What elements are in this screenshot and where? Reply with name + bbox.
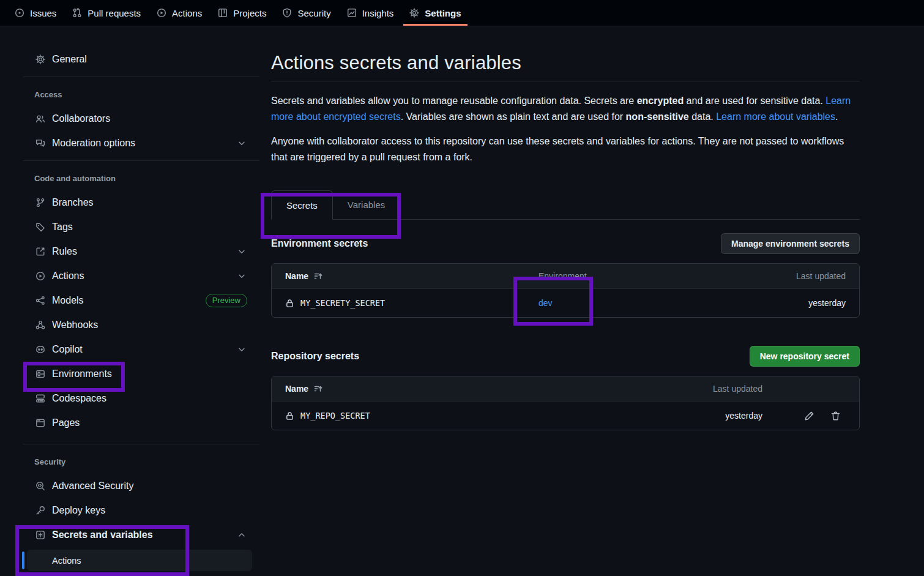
sidebar-item-label: Branches (52, 197, 94, 208)
sidebar-section-security: Security (23, 454, 259, 469)
sidebar-item-deploy-keys[interactable]: Deploy keys (23, 498, 259, 523)
git-pull-request-icon (72, 8, 82, 18)
column-header-name[interactable]: Name (285, 384, 701, 394)
manage-environment-secrets-button[interactable]: Manage environment secrets (721, 233, 860, 254)
sidebar-item-environments[interactable]: Environments (23, 362, 259, 386)
page-title: Actions secrets and variables (271, 52, 860, 74)
sidebar-item-rules[interactable]: Rules (23, 239, 259, 264)
share-network-icon (35, 296, 45, 305)
sort-ascending-icon (313, 384, 323, 394)
chevron-down-icon (237, 272, 246, 280)
webhook-icon (35, 320, 45, 330)
tab-settings[interactable]: Settings (403, 0, 467, 26)
lock-icon (285, 411, 294, 421)
tab-variables[interactable]: Variables (333, 190, 400, 219)
sidebar-divider (23, 444, 259, 444)
column-header-name[interactable]: Name (285, 271, 538, 281)
copilot-icon (35, 345, 45, 354)
tab-issues[interactable]: Issues (9, 0, 62, 26)
repository-secrets-header: Repository secrets New repository secret (271, 346, 860, 367)
last-updated-value: yesterday (736, 298, 846, 308)
sidebar-item-tags[interactable]: Tags (23, 215, 259, 239)
repository-secret-row: MY_REPO_SECRET yesterday (272, 401, 859, 430)
secret-name: MY_REPO_SECRET (300, 411, 370, 421)
sidebar-item-collaborators[interactable]: Collaborators (23, 107, 259, 131)
tab-label: Insights (362, 8, 394, 18)
column-header-label: Name (285, 271, 308, 281)
tab-security[interactable]: Security (276, 0, 337, 26)
sidebar-item-label: Rules (52, 246, 77, 257)
repository-secrets-table-header: Name Last updated (272, 376, 859, 401)
sidebar-item-label: Codespaces (52, 393, 106, 404)
issue-opened-icon (15, 8, 24, 18)
title-divider (271, 81, 860, 81)
sidebar-item-webhooks[interactable]: Webhooks (23, 313, 259, 337)
sidebar-item-branches[interactable]: Branches (23, 190, 259, 215)
table-icon (218, 8, 228, 18)
sidebar-item-codespaces[interactable]: Codespaces (23, 386, 259, 411)
asterisk-box-icon (35, 530, 45, 540)
lock-icon (285, 299, 294, 308)
play-icon (157, 8, 166, 18)
column-header-last-updated: Last updated (701, 384, 762, 394)
sidebar-subitem-actions[interactable]: Actions (27, 550, 252, 571)
secret-name: MY_SECRETY_SECRET (300, 298, 385, 308)
intro-bold-non-sensitive: non-sensitive (626, 111, 689, 122)
sidebar-item-copilot[interactable]: Copilot (23, 337, 259, 362)
environment-secrets-heading: Environment secrets (271, 238, 368, 249)
preview-badge: Preview (206, 294, 247, 307)
tab-label: Security (297, 8, 330, 18)
code-scan-icon (35, 481, 45, 491)
tab-projects[interactable]: Projects (212, 0, 272, 26)
play-icon (35, 271, 45, 281)
environment-dev-link[interactable]: dev (538, 298, 553, 308)
column-header-last-updated: Last updated (736, 271, 846, 281)
secret-name-cell: MY_REPO_SECRET (285, 411, 701, 421)
tab-label: Settings (425, 8, 461, 18)
column-header-label: Name (285, 384, 308, 394)
sidebar-item-label: Collaborators (52, 113, 110, 124)
settings-sidebar: General Access Collaborators Moderation … (0, 26, 259, 576)
sidebar-divider (23, 77, 259, 77)
rules-icon (35, 247, 45, 256)
sidebar-item-advanced-security[interactable]: Advanced Security (23, 474, 259, 498)
intro-bold-encrypted: encrypted (637, 95, 684, 106)
sidebar-subitem-label: Actions (52, 556, 81, 566)
intro-text: Secrets and variables allow you to manag… (271, 95, 637, 106)
tab-label: Actions (172, 8, 202, 18)
sidebar-item-label: General (52, 54, 87, 65)
intro-paragraph: Secrets and variables allow you to manag… (271, 93, 860, 125)
secret-name-cell: MY_SECRETY_SECRET (285, 298, 538, 308)
comment-discussion-icon (35, 138, 45, 148)
collaborator-paragraph: Anyone with collaborator access to this … (271, 133, 860, 165)
tag-icon (35, 222, 45, 232)
tab-secrets[interactable]: Secrets (271, 190, 333, 220)
sidebar-item-general[interactable]: General (23, 47, 259, 72)
sidebar-item-models[interactable]: Models Preview (23, 288, 259, 313)
chevron-down-icon (237, 345, 246, 354)
learn-more-variables-link[interactable]: Learn more about variables (716, 111, 835, 122)
edit-pencil-icon[interactable] (804, 411, 814, 421)
repository-secrets-heading: Repository secrets (271, 351, 359, 362)
git-branch-icon (35, 198, 45, 208)
sidebar-item-moderation-options[interactable]: Moderation options (23, 131, 259, 155)
sidebar-item-label: Moderation options (52, 138, 135, 149)
intro-text: data. (689, 111, 716, 122)
sidebar-item-actions[interactable]: Actions (23, 264, 259, 288)
browser-icon (35, 418, 45, 428)
secrets-variables-tabnav: Secrets Variables (271, 190, 860, 220)
sidebar-item-pages[interactable]: Pages (23, 411, 259, 435)
shield-icon (282, 8, 292, 18)
tab-actions[interactable]: Actions (151, 0, 208, 26)
tab-pull-requests[interactable]: Pull requests (66, 0, 147, 26)
intro-text: . Variables are shown as plain text and … (401, 111, 626, 122)
main-content: Actions secrets and variables Secrets an… (259, 26, 924, 576)
graph-icon (347, 8, 357, 18)
delete-trash-icon[interactable] (830, 411, 841, 421)
codespaces-icon (35, 394, 45, 403)
tab-insights[interactable]: Insights (341, 0, 400, 26)
sidebar-item-secrets-and-variables[interactable]: Secrets and variables (23, 523, 259, 547)
sidebar-item-label: Secrets and variables (52, 529, 153, 540)
server-icon (35, 369, 45, 379)
new-repository-secret-button[interactable]: New repository secret (750, 346, 860, 367)
